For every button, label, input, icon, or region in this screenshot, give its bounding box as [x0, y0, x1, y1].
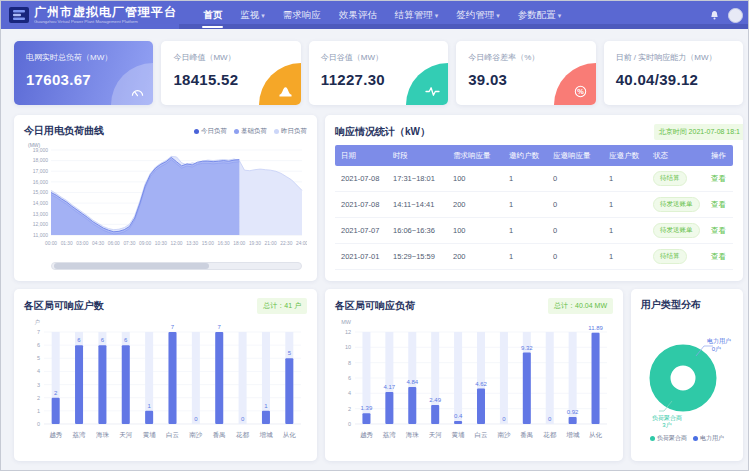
table-header-cell: 时段 — [387, 151, 447, 161]
app-window: 广州市虚拟电厂管理平台 Guangzhou Virtual Power Plan… — [0, 0, 749, 471]
bar — [592, 333, 600, 424]
svg-text:16:30: 16:30 — [218, 241, 230, 246]
svg-text:11,000: 11,000 — [33, 232, 48, 238]
svg-text:1: 1 — [37, 408, 40, 414]
svg-text:(MW): (MW) — [28, 142, 41, 148]
view-link[interactable]: 查看 — [711, 252, 726, 261]
view-link[interactable]: 查看 — [711, 200, 726, 209]
bell-icon[interactable] — [709, 10, 720, 21]
bar — [169, 332, 177, 424]
status-badge: 待结算 — [653, 249, 687, 264]
chevron-down-icon: ▾ — [558, 12, 562, 19]
nav-item[interactable]: 效果评估 — [330, 1, 386, 29]
bar — [98, 345, 106, 424]
table-cell: 2021-07-08 — [335, 174, 387, 183]
bar-value-label: 7 — [171, 324, 175, 330]
user-type-panel: 用户类型分布 电力用户0户负荷聚合商3户 负荷聚合商电力用户 — [631, 289, 743, 461]
svg-text:16,000: 16,000 — [33, 179, 49, 185]
bar-track — [454, 332, 462, 424]
table-cell: 16:06~16:36 — [387, 226, 447, 235]
nav-item[interactable]: 监视▾ — [231, 1, 274, 29]
zoom-slider-handle[interactable] — [54, 263, 208, 269]
bar-category-label: 从化 — [283, 431, 297, 439]
bar-value-label: 11.89 — [588, 325, 603, 331]
nav-item[interactable]: 参数配置▾ — [509, 1, 571, 29]
legend-label: 负荷聚合商 — [657, 434, 687, 443]
bar — [145, 411, 153, 424]
table-cell: 1 — [603, 174, 647, 183]
svg-text:10: 10 — [345, 344, 351, 350]
table-row: 2021-07-0716:06~16:36100101待发送账单查看 — [335, 218, 733, 244]
kpi-card: 今日峰值（MW）18415.52 — [161, 41, 300, 105]
table-cell: 17:31~18:01 — [387, 174, 447, 183]
svg-text:6: 6 — [348, 375, 351, 381]
bar-category-label: 黄埔 — [452, 431, 466, 439]
district-users-bar-chart: 01234567户2越秀6荔湾6海珠6天河1黄埔7白云0南沙7番禺0花都1增城5… — [24, 316, 307, 456]
kpi-label: 电网实时总负荷（MW） — [26, 52, 153, 63]
svg-text:17,000: 17,000 — [33, 168, 49, 174]
svg-text:00:00: 00:00 — [45, 241, 57, 246]
peak-icon — [259, 63, 301, 105]
panel-title: 各区局可响应户数 — [24, 299, 104, 313]
kpi-card: 电网实时总负荷（MW）17603.67 — [14, 41, 153, 105]
main-nav: 首页监视▾需求响应效果评估结算管理▾签约管理▾参数配置▾ — [194, 1, 570, 29]
bar-track — [239, 332, 247, 424]
bar — [362, 413, 370, 424]
bar — [215, 332, 223, 424]
load-curve-panel: 今日用电负荷曲线 今日负荷基础负荷昨日负荷 11,00012,00013,000… — [14, 115, 317, 281]
load-chart-legend: 今日负荷基础负荷昨日负荷 — [194, 127, 307, 136]
app-subtitle: Guangzhou Virtual Power Plant Management… — [34, 19, 138, 23]
bar-category-label: 荔湾 — [73, 431, 87, 439]
kpi-value: 40.04/39.12 — [616, 71, 743, 88]
legend-dot-icon — [693, 436, 698, 441]
donut-callout-label: 负荷聚合商 — [652, 414, 682, 422]
table-cell: 1 — [603, 226, 647, 235]
table-cell: 2021-07-01 — [335, 252, 387, 261]
status-badge: 待发送账单 — [653, 223, 700, 238]
bar-category-label: 南沙 — [189, 431, 203, 439]
donut-callout-label: 电力用户 — [707, 337, 731, 345]
legend-item[interactable]: 昨日负荷 — [274, 127, 307, 136]
donut-callout-count: 3户 — [662, 421, 671, 428]
nav-item[interactable]: 需求响应 — [274, 1, 330, 29]
view-link[interactable]: 查看 — [711, 226, 726, 235]
legend-item[interactable]: 基础负荷 — [234, 127, 267, 136]
logo-text: 广州市虚拟电厂管理平台 Guangzhou Virtual Power Plan… — [34, 6, 178, 25]
svg-text:户: 户 — [35, 319, 41, 325]
kpi-label: 今日峰值（MW） — [173, 52, 300, 63]
nav-item[interactable]: 结算管理▾ — [386, 1, 448, 29]
bar-category-label: 花都 — [235, 431, 250, 439]
nav-item[interactable]: 签约管理▾ — [447, 1, 509, 29]
legend-item[interactable]: 今日负荷 — [194, 127, 227, 136]
legend-item[interactable]: 负荷聚合商 — [650, 434, 687, 443]
avatar[interactable] — [728, 8, 743, 23]
kpi-label: 日前 / 实时响应能力（MW） — [616, 52, 743, 63]
table-cell: 1 — [503, 252, 547, 261]
table-header-cell: 邀约户数 — [503, 151, 547, 161]
chevron-down-icon: ▾ — [261, 12, 265, 19]
bar — [431, 405, 439, 424]
svg-text:0: 0 — [348, 421, 351, 427]
top-navbar: 广州市虚拟电厂管理平台 Guangzhou Virtual Power Plan… — [1, 1, 748, 29]
header-actions — [709, 8, 748, 23]
svg-text:15,000: 15,000 — [33, 189, 49, 195]
table-cell: 1 — [503, 226, 547, 235]
table-row: 2021-07-0814:11~14:41200101待发送账单查看 — [335, 192, 733, 218]
table-row: 2021-07-0115:29~15:59200101待结算查看 — [335, 244, 733, 270]
svg-text:03:00: 03:00 — [76, 241, 88, 246]
district-load-bar-chart: 024681012MW1.39越秀4.17荔湾4.84海珠2.49天河0.4黄埔… — [335, 316, 613, 456]
bar-value-label: 0.92 — [567, 409, 579, 415]
svg-text:7: 7 — [37, 329, 40, 335]
svg-text:19,000: 19,000 — [33, 147, 49, 153]
table-cell: 0 — [547, 226, 603, 235]
panel-title: 各区局可响应负荷 — [335, 299, 415, 313]
svg-text:06:00: 06:00 — [108, 241, 120, 246]
legend-item[interactable]: 电力用户 — [693, 434, 724, 443]
nav-item[interactable]: 首页 — [194, 1, 231, 29]
chart-zoom-slider[interactable] — [51, 262, 302, 270]
view-link[interactable]: 查看 — [711, 174, 726, 183]
bar — [385, 392, 393, 424]
app-title: 广州市虚拟电厂管理平台 — [34, 6, 178, 19]
svg-text:24:00: 24:00 — [296, 241, 307, 246]
table-cell: 0 — [547, 174, 603, 183]
